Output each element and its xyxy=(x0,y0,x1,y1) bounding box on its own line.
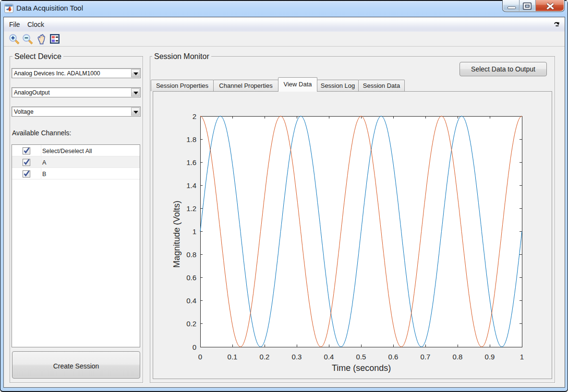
svg-text:1.6: 1.6 xyxy=(186,158,196,166)
svg-text:0.2: 0.2 xyxy=(186,320,196,328)
svg-text:0.6: 0.6 xyxy=(186,273,196,282)
svg-text:0: 0 xyxy=(193,343,196,351)
svg-text:0.3: 0.3 xyxy=(292,353,302,361)
svg-text:Magnitude (Volts): Magnitude (Volts) xyxy=(172,201,181,268)
svg-text:2: 2 xyxy=(193,112,196,120)
svg-text:0: 0 xyxy=(198,353,202,361)
svg-text:0.8: 0.8 xyxy=(186,250,196,259)
svg-text:0.7: 0.7 xyxy=(421,353,431,361)
svg-text:1.2: 1.2 xyxy=(186,204,196,213)
svg-text:0.8: 0.8 xyxy=(453,353,463,361)
svg-text:0.5: 0.5 xyxy=(356,353,366,361)
svg-text:0.1: 0.1 xyxy=(228,353,238,361)
svg-text:1.8: 1.8 xyxy=(186,135,196,143)
svg-text:0.4: 0.4 xyxy=(324,353,334,361)
svg-text:0.2: 0.2 xyxy=(260,353,270,361)
svg-text:0.6: 0.6 xyxy=(388,353,399,361)
svg-text:1.4: 1.4 xyxy=(186,181,196,190)
svg-text:1: 1 xyxy=(193,227,196,236)
svg-text:0.9: 0.9 xyxy=(485,353,495,361)
svg-text:Time (seconds): Time (seconds) xyxy=(332,363,391,373)
svg-text:1: 1 xyxy=(520,353,524,361)
svg-text:0.4: 0.4 xyxy=(186,297,196,305)
